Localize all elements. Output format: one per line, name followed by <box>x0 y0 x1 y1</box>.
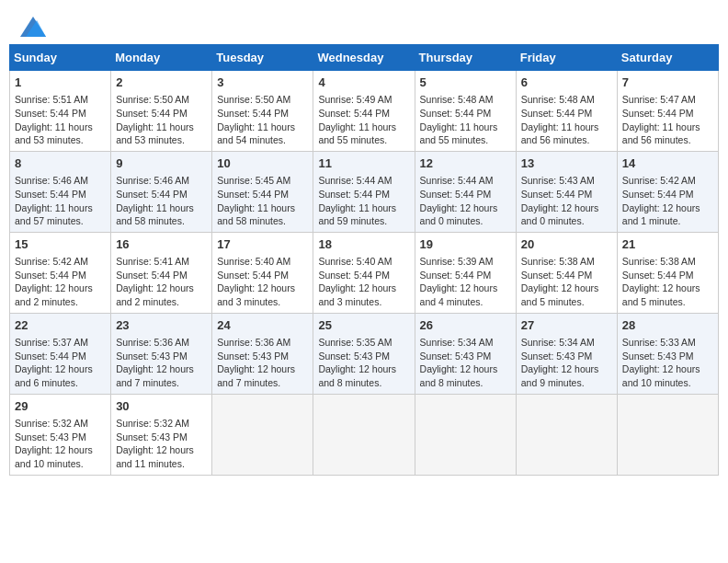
calendar-cell: 21 Sunrise: 5:38 AM Sunset: 5:44 PM Dayl… <box>617 232 718 313</box>
daylight: Daylight: 11 hours and 53 minutes. <box>15 121 93 146</box>
sunset: Sunset: 5:44 PM <box>116 189 188 200</box>
sunset: Sunset: 5:43 PM <box>116 350 188 362</box>
calendar-cell <box>617 394 718 475</box>
day-number: 30 <box>116 398 207 415</box>
sunrise: Sunrise: 5:50 AM <box>116 94 189 105</box>
day-number: 15 <box>15 236 106 253</box>
daylight: Daylight: 12 hours and 11 minutes. <box>116 444 194 469</box>
daylight: Daylight: 11 hours and 56 minutes. <box>622 121 700 146</box>
day-number: 23 <box>116 317 207 334</box>
calendar-cell: 29 Sunrise: 5:32 AM Sunset: 5:43 PM Dayl… <box>10 394 111 475</box>
calendar-cell: 8 Sunrise: 5:46 AM Sunset: 5:44 PM Dayli… <box>10 151 111 232</box>
day-of-week-header: Sunday <box>10 45 111 71</box>
daylight: Daylight: 12 hours and 0 minutes. <box>420 202 498 227</box>
sunset: Sunset: 5:44 PM <box>622 189 694 200</box>
sunrise: Sunrise: 5:44 AM <box>318 175 392 186</box>
sunset: Sunset: 5:44 PM <box>116 108 188 119</box>
day-of-week-header: Saturday <box>617 45 718 71</box>
sunrise: Sunrise: 5:37 AM <box>15 337 88 348</box>
day-of-week-header: Tuesday <box>212 45 313 71</box>
sunset: Sunset: 5:44 PM <box>15 108 86 119</box>
sunrise: Sunrise: 5:33 AM <box>622 337 696 348</box>
sunrise: Sunrise: 5:40 AM <box>318 256 392 267</box>
logo-icon <box>20 17 46 37</box>
day-number: 20 <box>521 236 612 253</box>
calendar-cell: 16 Sunrise: 5:41 AM Sunset: 5:44 PM Dayl… <box>111 232 212 313</box>
daylight: Daylight: 12 hours and 7 minutes. <box>217 363 295 388</box>
day-of-week-header: Friday <box>516 45 617 71</box>
sunset: Sunset: 5:43 PM <box>622 350 694 362</box>
sunset: Sunset: 5:44 PM <box>217 270 289 281</box>
day-number: 17 <box>217 236 308 253</box>
calendar-cell <box>516 394 617 475</box>
calendar-cell: 19 Sunrise: 5:39 AM Sunset: 5:44 PM Dayl… <box>415 232 516 313</box>
day-number: 26 <box>420 317 511 334</box>
sunset: Sunset: 5:44 PM <box>116 270 188 281</box>
day-number: 13 <box>521 155 612 172</box>
day-number: 16 <box>116 236 207 253</box>
calendar-cell: 18 Sunrise: 5:40 AM Sunset: 5:44 PM Dayl… <box>313 232 415 313</box>
daylight: Daylight: 12 hours and 8 minutes. <box>318 363 396 388</box>
daylight: Daylight: 11 hours and 56 minutes. <box>521 121 599 146</box>
day-number: 18 <box>318 236 409 253</box>
daylight: Daylight: 12 hours and 10 minutes. <box>15 444 93 469</box>
sunset: Sunset: 5:44 PM <box>420 270 492 281</box>
sunrise: Sunrise: 5:41 AM <box>116 256 189 267</box>
day-of-week-header: Monday <box>111 45 212 71</box>
sunset: Sunset: 5:44 PM <box>15 270 86 281</box>
sunrise: Sunrise: 5:39 AM <box>420 256 494 267</box>
sunset: Sunset: 5:44 PM <box>15 189 86 200</box>
daylight: Daylight: 11 hours and 57 minutes. <box>15 202 93 227</box>
calendar-cell: 26 Sunrise: 5:34 AM Sunset: 5:43 PM Dayl… <box>415 313 516 394</box>
sunset: Sunset: 5:44 PM <box>521 108 593 119</box>
daylight: Daylight: 12 hours and 4 minutes. <box>420 282 498 307</box>
daylight: Daylight: 12 hours and 6 minutes. <box>15 363 93 388</box>
day-number: 4 <box>318 75 409 91</box>
daylight: Daylight: 12 hours and 2 minutes. <box>15 282 93 307</box>
calendar-cell: 7 Sunrise: 5:47 AM Sunset: 5:44 PM Dayli… <box>617 71 718 152</box>
sunrise: Sunrise: 5:42 AM <box>622 175 696 186</box>
sunset: Sunset: 5:43 PM <box>521 350 593 362</box>
calendar-cell: 9 Sunrise: 5:46 AM Sunset: 5:44 PM Dayli… <box>111 151 212 232</box>
day-number: 10 <box>217 155 308 172</box>
day-number: 11 <box>318 155 409 172</box>
sunrise: Sunrise: 5:46 AM <box>116 175 189 186</box>
sunset: Sunset: 5:44 PM <box>318 270 390 281</box>
daylight: Daylight: 11 hours and 53 minutes. <box>116 121 194 146</box>
sunrise: Sunrise: 5:51 AM <box>15 94 88 105</box>
daylight: Daylight: 12 hours and 9 minutes. <box>521 363 599 388</box>
day-number: 28 <box>622 317 713 334</box>
calendar-cell: 20 Sunrise: 5:38 AM Sunset: 5:44 PM Dayl… <box>516 232 617 313</box>
daylight: Daylight: 12 hours and 10 minutes. <box>622 363 700 388</box>
sunrise: Sunrise: 5:32 AM <box>15 418 88 429</box>
calendar-cell: 10 Sunrise: 5:45 AM Sunset: 5:44 PM Dayl… <box>212 151 313 232</box>
day-number: 2 <box>116 75 207 91</box>
sunrise: Sunrise: 5:48 AM <box>420 94 494 105</box>
calendar-cell: 24 Sunrise: 5:36 AM Sunset: 5:43 PM Dayl… <box>212 313 313 394</box>
sunrise: Sunrise: 5:34 AM <box>521 337 595 348</box>
sunrise: Sunrise: 5:45 AM <box>217 175 290 186</box>
sunset: Sunset: 5:44 PM <box>622 108 694 119</box>
sunset: Sunset: 5:44 PM <box>217 108 289 119</box>
sunset: Sunset: 5:43 PM <box>116 431 188 442</box>
daylight: Daylight: 12 hours and 5 minutes. <box>521 282 599 307</box>
daylight: Daylight: 12 hours and 3 minutes. <box>318 282 396 307</box>
daylight: Daylight: 11 hours and 59 minutes. <box>318 202 396 227</box>
sunrise: Sunrise: 5:40 AM <box>217 256 290 267</box>
calendar-header-row: SundayMondayTuesdayWednesdayThursdayFrid… <box>10 45 719 71</box>
page-header <box>9 9 719 37</box>
sunrise: Sunrise: 5:42 AM <box>15 256 88 267</box>
sunrise: Sunrise: 5:48 AM <box>521 94 595 105</box>
sunrise: Sunrise: 5:34 AM <box>420 337 494 348</box>
daylight: Daylight: 12 hours and 0 minutes. <box>521 202 599 227</box>
day-number: 12 <box>420 155 511 172</box>
sunset: Sunset: 5:44 PM <box>318 189 390 200</box>
day-number: 27 <box>521 317 612 334</box>
calendar-cell: 6 Sunrise: 5:48 AM Sunset: 5:44 PM Dayli… <box>516 71 617 152</box>
sunset: Sunset: 5:44 PM <box>521 189 593 200</box>
day-of-week-header: Thursday <box>415 45 516 71</box>
sunset: Sunset: 5:44 PM <box>420 108 492 119</box>
sunrise: Sunrise: 5:50 AM <box>217 94 290 105</box>
day-number: 6 <box>521 75 612 91</box>
sunrise: Sunrise: 5:36 AM <box>116 337 189 348</box>
